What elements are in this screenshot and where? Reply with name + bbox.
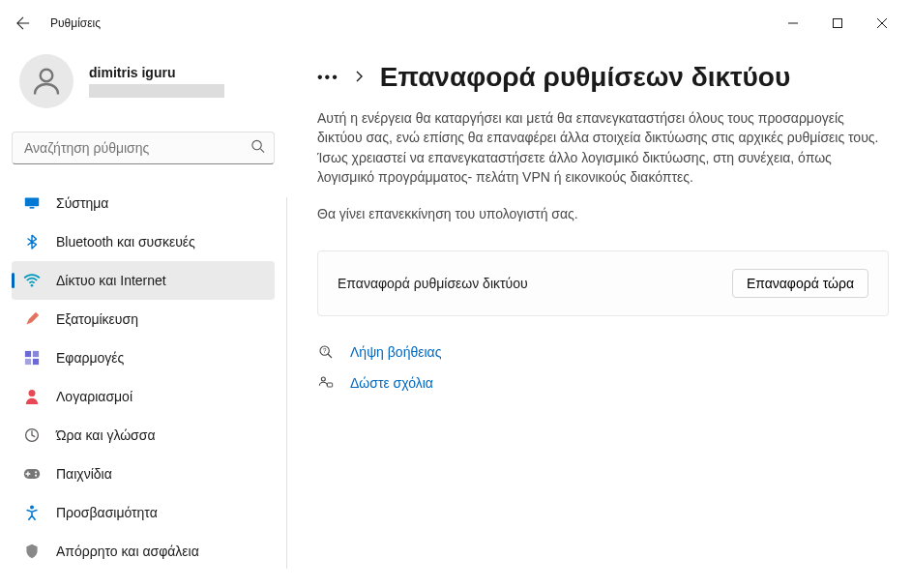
sidebar-item-2[interactable]: Δίκτυο και Internet: [12, 261, 275, 300]
page-title: Επαναφορά ρυθμίσεων δικτύου: [380, 62, 790, 93]
svg-line-20: [328, 354, 332, 358]
get-help-link[interactable]: Λήψη βοήθειας: [350, 344, 441, 360]
feedback-icon: [317, 374, 335, 392]
page-description: Αυτή η ενέργεια θα καταργήσει και μετά θ…: [317, 108, 889, 187]
sidebar-item-3[interactable]: Εξατομίκευση: [12, 300, 275, 338]
gamepad-icon: [23, 465, 41, 483]
arrow-left-icon: [16, 16, 30, 30]
sidebar-item-label: Εφαρμογές: [56, 350, 124, 366]
svg-point-2: [41, 70, 53, 82]
sidebar-item-label: Δίκτυο και Internet: [56, 273, 166, 288]
person-icon: [29, 64, 64, 99]
minimize-button[interactable]: [771, 8, 815, 39]
titlebar: Ρυθμίσεις: [0, 0, 912, 46]
svg-rect-11: [33, 359, 39, 365]
chevron-right-icon: [355, 69, 365, 86]
wifi-icon: [23, 272, 41, 289]
sidebar-item-label: Εξατομίκευση: [56, 311, 138, 327]
avatar: [19, 54, 74, 108]
main-content: ••• Επαναφορά ρυθμίσεων δικτύου Αυτή η ε…: [286, 46, 912, 588]
apps-icon: [23, 349, 41, 367]
search-icon: [250, 139, 265, 158]
sidebar-item-5[interactable]: Λογαριασμοί: [12, 377, 275, 416]
sidebar: dimitris iguru ΣύστημαBluetooth και συσκ…: [0, 46, 286, 588]
sidebar-item-7[interactable]: Παιχνίδια: [12, 455, 275, 493]
reset-card: Επαναφορά ρυθμίσεων δικτύου Επαναφορά τώ…: [317, 250, 889, 316]
svg-point-12: [29, 390, 36, 397]
paintbrush-icon: [23, 310, 41, 328]
close-icon: [877, 18, 887, 28]
svg-point-16: [35, 475, 37, 477]
sidebar-item-label: Παιχνίδια: [56, 466, 112, 482]
svg-point-7: [31, 284, 34, 287]
svg-rect-9: [33, 351, 39, 357]
svg-rect-10: [25, 359, 31, 365]
accessibility-icon: [23, 504, 41, 521]
sidebar-item-label: Λογαριασμοί: [56, 389, 132, 404]
shield-icon: [23, 543, 41, 560]
sidebar-item-label: Προσβασιμότητα: [56, 505, 158, 520]
help-icon: ?: [317, 343, 335, 361]
feedback-link-row: Δώστε σχόλια: [317, 374, 889, 392]
page-note: Θα γίνει επανεκκίνηση του υπολογιστή σας…: [317, 204, 889, 223]
reset-card-label: Επαναφορά ρυθμίσεων δικτύου: [338, 276, 528, 291]
nav-list: ΣύστημαBluetooth και συσκευέςΔίκτυο και …: [12, 184, 275, 571]
svg-point-15: [35, 471, 37, 473]
svg-text:?: ?: [323, 348, 327, 355]
close-button[interactable]: [860, 8, 904, 39]
clock-globe-icon: [23, 426, 41, 444]
window-title: Ρυθμίσεις: [50, 16, 101, 30]
sidebar-item-4[interactable]: Εφαρμογές: [12, 338, 275, 377]
svg-rect-5: [25, 197, 39, 206]
sidebar-item-0[interactable]: Σύστημα: [12, 184, 275, 222]
profile-block[interactable]: dimitris iguru: [12, 46, 275, 128]
search-input[interactable]: [12, 132, 275, 164]
sidebar-item-1[interactable]: Bluetooth και συσκευές: [12, 222, 275, 261]
sidebar-item-label: Σύστημα: [56, 195, 108, 211]
window-controls: [771, 8, 904, 39]
search-box: [12, 132, 275, 164]
svg-line-4: [260, 149, 264, 153]
back-button[interactable]: [8, 8, 39, 39]
svg-rect-1: [834, 19, 842, 28]
svg-point-17: [30, 505, 34, 509]
breadcrumb-more-button[interactable]: •••: [317, 69, 339, 86]
display-icon: [23, 194, 41, 212]
sidebar-item-6[interactable]: Ώρα και γλώσσα: [12, 416, 275, 455]
profile-subtext-redacted: [89, 84, 224, 98]
maximize-icon: [833, 18, 842, 28]
svg-point-21: [321, 377, 325, 381]
breadcrumb: ••• Επαναφορά ρυθμίσεων δικτύου: [317, 62, 889, 93]
sidebar-item-8[interactable]: Προσβασιμότητα: [12, 493, 275, 532]
person-icon: [23, 388, 41, 405]
sidebar-item-label: Απόρρητο και ασφάλεια: [56, 544, 199, 559]
bluetooth-icon: [23, 233, 41, 250]
svg-point-3: [252, 140, 261, 149]
minimize-icon: [788, 18, 798, 28]
svg-rect-8: [25, 351, 31, 357]
sidebar-item-label: Ώρα και γλώσσα: [56, 427, 156, 443]
help-link-row: ? Λήψη βοήθειας: [317, 343, 889, 361]
svg-rect-22: [327, 383, 332, 387]
profile-info: dimitris iguru: [89, 65, 224, 98]
maximize-button[interactable]: [815, 8, 860, 39]
reset-now-button[interactable]: Επαναφορά τώρα: [732, 269, 868, 298]
svg-rect-6: [30, 207, 35, 209]
sidebar-item-9[interactable]: Απόρρητο και ασφάλεια: [12, 532, 275, 571]
profile-name: dimitris iguru: [89, 65, 224, 80]
give-feedback-link[interactable]: Δώστε σχόλια: [350, 375, 433, 391]
sidebar-item-label: Bluetooth και συσκευές: [56, 234, 195, 250]
